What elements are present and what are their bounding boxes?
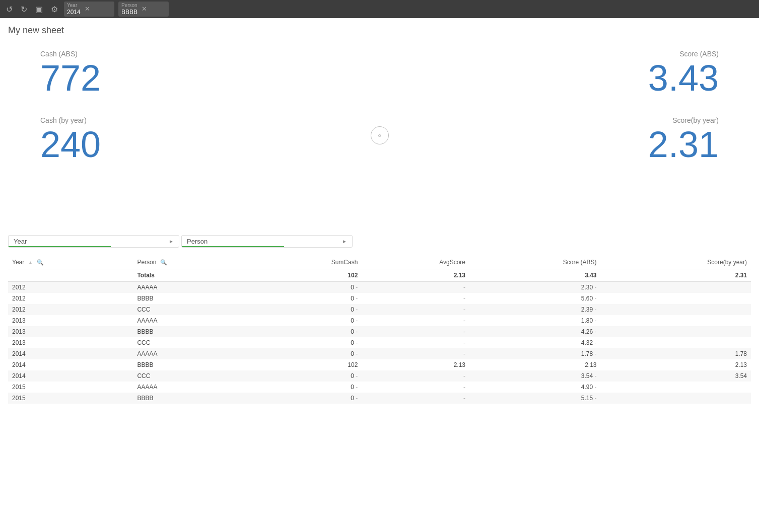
cell-sumcash: 0 - — [253, 282, 362, 293]
person-bar-label: Person — [187, 238, 342, 245]
table-body: Totals 102 2.13 3.43 2.31 2012 AAAAA 0 -… — [8, 269, 751, 404]
cell-year: 2014 — [8, 370, 133, 382]
kpi-right: Score (ABS) 3.43 Score(by year) 2.31 — [648, 50, 719, 226]
table-row: 2014 BBBB 102 2.13 2.13 2.13 — [8, 359, 751, 370]
col-person: Person 🔍 — [133, 256, 253, 269]
cell-year: 2015 — [8, 393, 133, 404]
col-avgscore: AvgScore — [362, 256, 469, 269]
cell-year: 2013 — [8, 315, 133, 326]
cell-person: CCC — [133, 304, 253, 315]
score-year-value: 2.31 — [648, 126, 719, 163]
table-header-row: Year ▲ 🔍 Person 🔍 SumCash AvgScore Score… — [8, 256, 751, 269]
cell-score-abs: 1.80 - — [469, 315, 601, 326]
person-filter-chip[interactable]: Person BBBB ✕ — [118, 2, 169, 17]
cell-score-year — [601, 382, 751, 393]
person-filter-close[interactable]: ✕ — [142, 5, 147, 13]
cell-score-year: 1.78 — [601, 348, 751, 359]
table-row: 2014 AAAAA 0 - - 1.78 - 1.78 — [8, 348, 751, 359]
data-table: Year ▲ 🔍 Person 🔍 SumCash AvgScore Score… — [8, 256, 751, 404]
cell-person: BBBB — [133, 393, 253, 404]
cell-year: 2013 — [8, 326, 133, 337]
cell-score-year — [601, 326, 751, 337]
cell-score-year — [601, 293, 751, 304]
table-row: 2013 CCC 0 - - 4.32 - — [8, 337, 751, 348]
person-search-icon[interactable]: 🔍 — [160, 259, 167, 266]
table-row: 2012 CCC 0 - - 2.39 - — [8, 304, 751, 315]
table-row: 2015 AAAAA 0 - - 4.90 - — [8, 382, 751, 393]
person-bar-underline — [182, 246, 284, 247]
totals-person: Totals — [133, 269, 253, 282]
cell-person: AAAAA — [133, 382, 253, 393]
totals-score-abs: 3.43 — [469, 269, 601, 282]
cell-year: 2013 — [8, 337, 133, 348]
table-row: 2013 AAAAA 0 - - 1.80 - — [8, 315, 751, 326]
filter-bar: Year ► Person ► — [0, 231, 759, 256]
col-sumcash: SumCash — [253, 256, 362, 269]
cash-abs-value: 772 — [40, 60, 101, 96]
cell-score-year — [601, 315, 751, 326]
cell-avgscore: - — [362, 348, 469, 359]
year-filter-chip[interactable]: Year 2014 ✕ — [64, 2, 114, 17]
kpi-section: Cash (ABS) 772 Cash (by year) 240 ⚬ Scor… — [0, 40, 759, 231]
undo-icon[interactable]: ↺ — [4, 4, 15, 15]
cell-year: 2014 — [8, 359, 133, 370]
year-search-icon[interactable]: 🔍 — [37, 259, 44, 266]
cell-avgscore: - — [362, 382, 469, 393]
totals-year — [8, 269, 133, 282]
cell-score-abs: 2.30 - — [469, 282, 601, 293]
cell-sumcash: 0 - — [253, 370, 362, 382]
cell-person: AAAAA — [133, 348, 253, 359]
totals-avgscore: 2.13 — [362, 269, 469, 282]
cell-score-abs: 2.13 — [469, 359, 601, 370]
cell-sumcash: 102 — [253, 359, 362, 370]
cell-score-abs: 4.90 - — [469, 382, 601, 393]
year-filter-bar[interactable]: Year ► — [8, 235, 179, 248]
cell-score-year: 3.54 — [601, 370, 751, 382]
cell-avgscore: - — [362, 293, 469, 304]
cell-score-year — [601, 304, 751, 315]
year-sort-icon[interactable]: ▲ — [28, 260, 33, 265]
totals-sumcash: 102 — [253, 269, 362, 282]
cell-score-abs: 5.15 - — [469, 393, 601, 404]
table-section: Year ▲ 🔍 Person 🔍 SumCash AvgScore Score… — [0, 256, 759, 412]
person-filter-value: BBBB — [121, 9, 137, 16]
cash-year-block: Cash (by year) 240 — [40, 116, 101, 163]
table-row: 2014 CCC 0 - - 3.54 - 3.54 — [8, 370, 751, 382]
cell-sumcash: 0 - — [253, 326, 362, 337]
person-filter-bar[interactable]: Person ► — [181, 235, 353, 248]
col-score-abs: Score (ABS) — [469, 256, 601, 269]
year-filter-label: Year — [67, 3, 81, 9]
cell-avgscore: - — [362, 315, 469, 326]
cell-score-year — [601, 393, 751, 404]
cell-score-abs: 2.39 - — [469, 304, 601, 315]
redo-icon[interactable]: ↻ — [19, 4, 29, 15]
cell-sumcash: 0 - — [253, 315, 362, 326]
cell-avgscore: 2.13 — [362, 359, 469, 370]
cell-year: 2012 — [8, 282, 133, 293]
year-bar-arrow: ► — [169, 239, 174, 244]
cell-person: AAAAA — [133, 282, 253, 293]
selection-icon[interactable]: ▣ — [33, 4, 45, 15]
page-title: My new sheet — [0, 18, 759, 40]
cell-year: 2012 — [8, 304, 133, 315]
settings-icon[interactable]: ⚙ — [49, 4, 60, 15]
person-bar-arrow: ► — [342, 239, 347, 244]
year-filter-value: 2014 — [67, 9, 81, 16]
cell-year: 2012 — [8, 293, 133, 304]
col-score-year: Score(by year) — [601, 256, 751, 269]
cell-person: CCC — [133, 370, 253, 382]
cell-score-year: 2.13 — [601, 359, 751, 370]
totals-score-year: 2.31 — [601, 269, 751, 282]
year-filter-close[interactable]: ✕ — [85, 5, 90, 13]
cash-abs-block: Cash (ABS) 772 — [40, 50, 101, 96]
cell-score-year — [601, 282, 751, 293]
table-row: 2012 AAAAA 0 - - 2.30 - — [8, 282, 751, 293]
col-year: Year ▲ 🔍 — [8, 256, 133, 269]
cell-sumcash: 0 - — [253, 348, 362, 359]
cell-score-abs: 5.60 - — [469, 293, 601, 304]
table-row: 2012 BBBB 0 - - 5.60 - — [8, 293, 751, 304]
cell-score-abs: 1.78 - — [469, 348, 601, 359]
cell-avgscore: - — [362, 304, 469, 315]
cell-score-abs: 4.32 - — [469, 337, 601, 348]
cell-sumcash: 0 - — [253, 293, 362, 304]
